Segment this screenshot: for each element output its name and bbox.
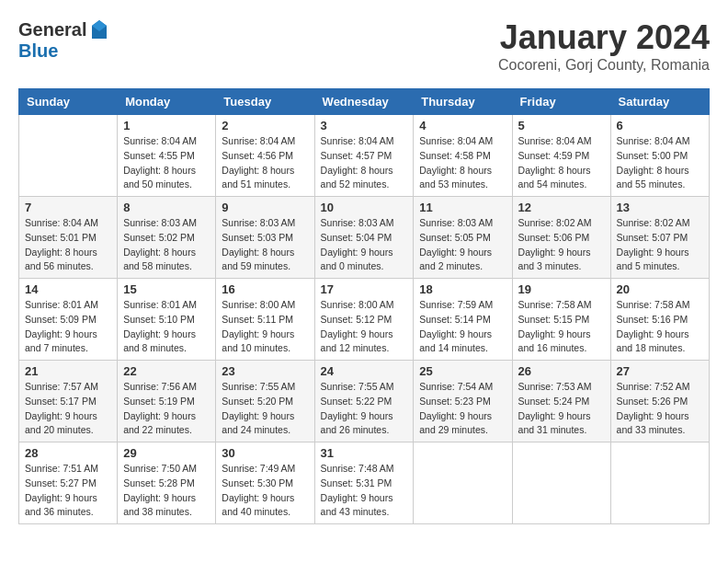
day-info: Sunrise: 7:53 AMSunset: 5:24 PMDaylight:… bbox=[518, 380, 605, 438]
day-number: 25 bbox=[419, 364, 506, 378]
calendar-cell: 3Sunrise: 8:04 AMSunset: 4:57 PMDaylight… bbox=[314, 115, 414, 197]
day-info: Sunrise: 8:04 AMSunset: 4:57 PMDaylight:… bbox=[321, 134, 408, 192]
location: Cocoreni, Gorj County, Romania bbox=[498, 57, 710, 74]
day-number: 9 bbox=[222, 201, 308, 214]
calendar-cell: 24Sunrise: 7:55 AMSunset: 5:22 PMDayligh… bbox=[314, 361, 414, 442]
day-number: 15 bbox=[123, 282, 210, 296]
day-info: Sunrise: 7:58 AMSunset: 5:15 PMDaylight:… bbox=[518, 298, 605, 356]
day-info: Sunrise: 7:48 AMSunset: 5:31 PMDaylight:… bbox=[321, 462, 408, 520]
day-number: 12 bbox=[518, 201, 605, 214]
day-info: Sunrise: 8:04 AMSunset: 4:55 PMDaylight:… bbox=[123, 134, 210, 192]
calendar-cell: 8Sunrise: 8:03 AMSunset: 5:02 PMDaylight… bbox=[118, 197, 216, 279]
day-number: 28 bbox=[25, 446, 111, 460]
calendar-cell: 16Sunrise: 8:00 AMSunset: 5:11 PMDayligh… bbox=[216, 279, 314, 361]
calendar-week-row: 7Sunrise: 8:04 AMSunset: 5:01 PMDaylight… bbox=[19, 197, 710, 279]
day-info: Sunrise: 7:54 AMSunset: 5:23 PMDaylight:… bbox=[419, 380, 506, 438]
day-info: Sunrise: 8:04 AMSunset: 4:59 PMDaylight:… bbox=[518, 134, 605, 192]
day-number: 20 bbox=[617, 282, 703, 296]
calendar-cell: 19Sunrise: 7:58 AMSunset: 5:15 PMDayligh… bbox=[512, 279, 610, 361]
calendar-cell: 14Sunrise: 8:01 AMSunset: 5:09 PMDayligh… bbox=[19, 279, 118, 361]
calendar-cell: 20Sunrise: 7:58 AMSunset: 5:16 PMDayligh… bbox=[610, 279, 709, 361]
day-number: 24 bbox=[321, 364, 408, 378]
calendar-table: SundayMondayTuesdayWednesdayThursdayFrid… bbox=[18, 88, 710, 524]
day-info: Sunrise: 7:58 AMSunset: 5:16 PMDaylight:… bbox=[617, 298, 703, 356]
logo: General Blue bbox=[18, 18, 110, 62]
day-info: Sunrise: 8:04 AMSunset: 5:00 PMDaylight:… bbox=[617, 134, 703, 192]
day-info: Sunrise: 7:59 AMSunset: 5:14 PMDaylight:… bbox=[419, 298, 506, 356]
day-info: Sunrise: 8:00 AMSunset: 5:12 PMDaylight:… bbox=[321, 298, 408, 356]
calendar-week-row: 14Sunrise: 8:01 AMSunset: 5:09 PMDayligh… bbox=[19, 279, 710, 361]
day-info: Sunrise: 7:55 AMSunset: 5:20 PMDaylight:… bbox=[222, 380, 308, 438]
calendar-cell: 13Sunrise: 8:02 AMSunset: 5:07 PMDayligh… bbox=[610, 197, 709, 279]
calendar-cell: 7Sunrise: 8:04 AMSunset: 5:01 PMDaylight… bbox=[19, 197, 118, 279]
day-number: 16 bbox=[222, 282, 308, 296]
day-number: 14 bbox=[25, 282, 111, 296]
day-number: 8 bbox=[123, 201, 210, 214]
calendar-cell bbox=[414, 442, 512, 524]
day-info: Sunrise: 7:52 AMSunset: 5:26 PMDaylight:… bbox=[617, 380, 703, 438]
calendar-cell: 22Sunrise: 7:56 AMSunset: 5:19 PMDayligh… bbox=[118, 361, 216, 442]
calendar-cell: 29Sunrise: 7:50 AMSunset: 5:28 PMDayligh… bbox=[118, 442, 216, 524]
weekday-header-saturday: Saturday bbox=[610, 89, 709, 115]
calendar-cell: 12Sunrise: 8:02 AMSunset: 5:06 PMDayligh… bbox=[512, 197, 610, 279]
calendar-cell: 28Sunrise: 7:51 AMSunset: 5:27 PMDayligh… bbox=[19, 442, 118, 524]
day-info: Sunrise: 8:02 AMSunset: 5:06 PMDaylight:… bbox=[518, 216, 605, 274]
day-info: Sunrise: 8:01 AMSunset: 5:10 PMDaylight:… bbox=[123, 298, 210, 356]
calendar-cell: 1Sunrise: 8:04 AMSunset: 4:55 PMDaylight… bbox=[118, 115, 216, 197]
calendar-week-row: 1Sunrise: 8:04 AMSunset: 4:55 PMDaylight… bbox=[19, 115, 710, 197]
month-title: January 2024 bbox=[498, 18, 710, 57]
day-number: 17 bbox=[321, 282, 408, 296]
calendar-cell: 5Sunrise: 8:04 AMSunset: 4:59 PMDaylight… bbox=[512, 115, 610, 197]
title-block: January 2024 Cocoreni, Gorj County, Roma… bbox=[498, 18, 710, 74]
calendar-cell bbox=[610, 442, 709, 524]
weekday-header-wednesday: Wednesday bbox=[314, 89, 414, 115]
weekday-header-monday: Monday bbox=[118, 89, 216, 115]
day-number: 7 bbox=[25, 201, 111, 214]
calendar-cell: 15Sunrise: 8:01 AMSunset: 5:10 PMDayligh… bbox=[118, 279, 216, 361]
calendar-cell: 17Sunrise: 8:00 AMSunset: 5:12 PMDayligh… bbox=[314, 279, 414, 361]
day-info: Sunrise: 8:03 AMSunset: 5:05 PMDaylight:… bbox=[419, 216, 506, 274]
calendar-cell: 31Sunrise: 7:48 AMSunset: 5:31 PMDayligh… bbox=[314, 442, 414, 524]
day-info: Sunrise: 7:49 AMSunset: 5:30 PMDaylight:… bbox=[222, 462, 308, 520]
page-header: General Blue January 2024 Cocoreni, Gorj… bbox=[18, 18, 710, 74]
logo-icon bbox=[88, 18, 110, 40]
calendar-cell: 6Sunrise: 8:04 AMSunset: 5:00 PMDaylight… bbox=[610, 115, 709, 197]
calendar-week-row: 21Sunrise: 7:57 AMSunset: 5:17 PMDayligh… bbox=[19, 361, 710, 442]
weekday-header-sunday: Sunday bbox=[19, 89, 118, 115]
day-info: Sunrise: 8:03 AMSunset: 5:03 PMDaylight:… bbox=[222, 216, 308, 274]
day-number: 19 bbox=[518, 282, 605, 296]
calendar-cell bbox=[512, 442, 610, 524]
day-number: 22 bbox=[123, 364, 210, 378]
day-info: Sunrise: 8:04 AMSunset: 4:58 PMDaylight:… bbox=[419, 134, 506, 192]
day-number: 26 bbox=[518, 364, 605, 378]
day-info: Sunrise: 7:51 AMSunset: 5:27 PMDaylight:… bbox=[25, 462, 111, 520]
weekday-header-friday: Friday bbox=[512, 89, 610, 115]
day-number: 29 bbox=[123, 446, 210, 460]
calendar-cell: 21Sunrise: 7:57 AMSunset: 5:17 PMDayligh… bbox=[19, 361, 118, 442]
day-number: 21 bbox=[25, 364, 111, 378]
day-info: Sunrise: 8:00 AMSunset: 5:11 PMDaylight:… bbox=[222, 298, 308, 356]
day-number: 23 bbox=[222, 364, 308, 378]
day-info: Sunrise: 7:55 AMSunset: 5:22 PMDaylight:… bbox=[321, 380, 408, 438]
calendar-cell bbox=[19, 115, 118, 197]
weekday-header-row: SundayMondayTuesdayWednesdayThursdayFrid… bbox=[19, 89, 710, 115]
day-number: 31 bbox=[321, 446, 408, 460]
day-number: 6 bbox=[617, 119, 703, 132]
day-info: Sunrise: 7:50 AMSunset: 5:28 PMDaylight:… bbox=[123, 462, 210, 520]
calendar-cell: 18Sunrise: 7:59 AMSunset: 5:14 PMDayligh… bbox=[414, 279, 512, 361]
day-number: 4 bbox=[419, 119, 506, 132]
calendar-cell: 4Sunrise: 8:04 AMSunset: 4:58 PMDaylight… bbox=[414, 115, 512, 197]
calendar-cell: 27Sunrise: 7:52 AMSunset: 5:26 PMDayligh… bbox=[610, 361, 709, 442]
logo-general-text: General bbox=[18, 19, 86, 40]
day-info: Sunrise: 8:03 AMSunset: 5:02 PMDaylight:… bbox=[123, 216, 210, 274]
day-info: Sunrise: 7:57 AMSunset: 5:17 PMDaylight:… bbox=[25, 380, 111, 438]
day-info: Sunrise: 8:04 AMSunset: 5:01 PMDaylight:… bbox=[25, 216, 111, 274]
day-number: 11 bbox=[419, 201, 506, 214]
calendar-cell: 9Sunrise: 8:03 AMSunset: 5:03 PMDaylight… bbox=[216, 197, 314, 279]
day-info: Sunrise: 8:04 AMSunset: 4:56 PMDaylight:… bbox=[222, 134, 308, 192]
day-number: 18 bbox=[419, 282, 506, 296]
day-info: Sunrise: 8:03 AMSunset: 5:04 PMDaylight:… bbox=[321, 216, 408, 274]
calendar-cell: 11Sunrise: 8:03 AMSunset: 5:05 PMDayligh… bbox=[414, 197, 512, 279]
day-info: Sunrise: 7:56 AMSunset: 5:19 PMDaylight:… bbox=[123, 380, 210, 438]
day-number: 27 bbox=[617, 364, 703, 378]
